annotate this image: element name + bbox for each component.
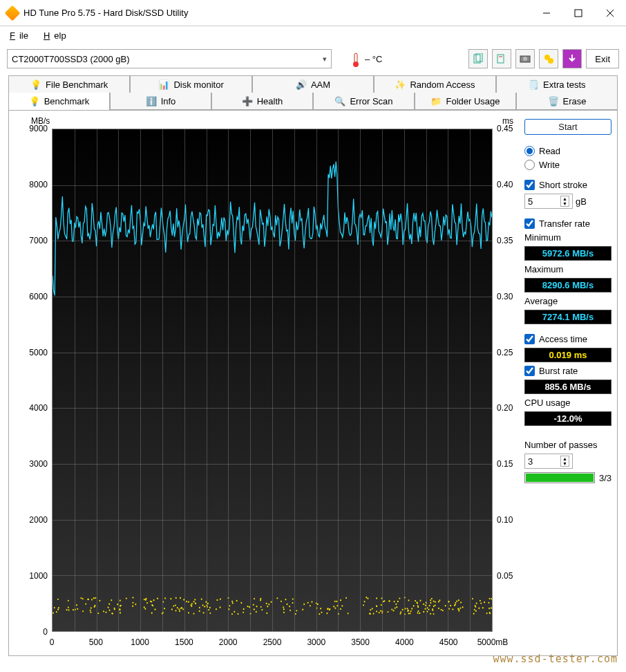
svg-point-302: [400, 611, 401, 613]
screenshot-button[interactable]: [515, 49, 535, 68]
short-stroke-input[interactable]: 5▲▼ gB: [524, 194, 611, 209]
start-button[interactable]: Start: [524, 119, 611, 135]
tab-folder-usage[interactable]: 📁Folder Usage: [415, 93, 516, 110]
read-radio[interactable]: Read: [524, 146, 611, 156]
svg-point-137: [151, 613, 153, 614]
svg-point-62: [345, 597, 347, 599]
svg-point-199: [254, 598, 255, 599]
burst-rate-checkbox[interactable]: Burst rate: [524, 366, 611, 376]
transfer-rate-checkbox[interactable]: Transfer rate: [524, 218, 611, 229]
progress-text: 3/3: [599, 473, 611, 483]
short-stroke-checkbox[interactable]: Short stroke: [524, 180, 611, 190]
svg-point-75: [407, 608, 408, 609]
svg-point-121: [97, 613, 99, 614]
svg-point-134: [114, 608, 115, 610]
exit-button[interactable]: Exit: [586, 49, 619, 68]
svg-point-241: [408, 610, 409, 611]
svg-point-17: [68, 600, 69, 601]
svg-point-280: [193, 601, 195, 602]
svg-point-162: [236, 600, 238, 601]
svg-point-27: [164, 597, 166, 599]
thermometer-icon: [350, 50, 362, 68]
svg-point-180: [68, 606, 69, 608]
svg-point-149: [394, 601, 395, 602]
svg-point-11: [523, 57, 527, 61]
tab-benchmark[interactable]: 💡Benchmark: [8, 93, 110, 111]
average-label: Average: [524, 296, 611, 306]
tab-health[interactable]: ➕Health: [211, 93, 313, 110]
svg-point-67: [268, 604, 269, 605]
write-radio[interactable]: Write: [524, 160, 611, 170]
svg-point-273: [302, 609, 303, 610]
svg-point-257: [202, 604, 204, 606]
svg-rect-1: [575, 10, 582, 17]
svg-point-40: [58, 607, 59, 608]
svg-point-239: [478, 608, 480, 609]
svg-point-298: [488, 602, 489, 604]
tab-random-access[interactable]: ✨Random Access: [374, 75, 495, 93]
svg-point-285: [237, 613, 238, 615]
svg-point-53: [176, 597, 177, 599]
titlebar: HD Tune Pro 5.75 - Hard Disk/SSD Utility: [0, 0, 626, 26]
toolbar: CT2000T700SSD3 (2000 gB) ▾ – °C Exit: [0, 45, 626, 75]
tab-disk-monitor[interactable]: 📊Disk monitor: [130, 75, 252, 93]
stepper-icon[interactable]: ▲▼: [560, 456, 569, 467]
tab-erase[interactable]: 🗑️Erase: [516, 93, 618, 110]
svg-point-301: [460, 601, 462, 603]
svg-point-281: [216, 599, 218, 601]
tab-file-benchmark[interactable]: 💡File Benchmark: [8, 75, 130, 93]
copy-info-button[interactable]: [492, 49, 511, 68]
svg-point-254: [195, 603, 196, 604]
tab-info[interactable]: ℹ️Info: [110, 93, 211, 110]
svg-point-237: [209, 607, 211, 608]
svg-point-186: [445, 605, 446, 606]
save-button[interactable]: [562, 49, 582, 68]
svg-point-86: [380, 610, 381, 611]
svg-point-177: [307, 602, 309, 604]
maximize-button[interactable]: [562, 2, 594, 24]
svg-point-214: [170, 598, 171, 599]
svg-point-220: [455, 604, 456, 605]
drive-select[interactable]: CT2000T700SSD3 (2000 gB) ▾: [7, 49, 332, 68]
svg-point-194: [367, 597, 368, 599]
copy-text-button[interactable]: [468, 49, 488, 68]
svg-point-284: [283, 608, 285, 610]
svg-point-178: [376, 606, 377, 607]
svg-point-174: [455, 602, 456, 604]
svg-point-253: [491, 607, 492, 608]
svg-point-142: [186, 601, 187, 602]
menu-help[interactable]: Help: [39, 29, 75, 42]
passes-input[interactable]: 3▲▼: [524, 454, 611, 469]
tab-aam[interactable]: 🔊AAM: [252, 75, 374, 93]
access-time-checkbox[interactable]: Access time: [524, 334, 611, 344]
menu-file[interactable]: File: [6, 29, 37, 42]
svg-point-200: [336, 601, 337, 602]
options-button[interactable]: [539, 49, 558, 68]
close-button[interactable]: [594, 2, 626, 24]
temperature-display: – °C: [350, 50, 382, 68]
svg-point-182: [193, 613, 194, 614]
svg-point-166: [435, 604, 436, 606]
maximum-value: 8290.6 MB/s: [524, 278, 611, 292]
svg-point-240: [256, 606, 257, 607]
stepper-icon[interactable]: ▲▼: [560, 196, 569, 207]
svg-point-309: [260, 606, 262, 608]
calc-icon: 🗒️: [528, 79, 539, 90]
svg-point-101: [417, 602, 418, 604]
tab-extra-tests[interactable]: 🗒️Extra tests: [496, 75, 618, 93]
svg-point-14: [310, 605, 311, 606]
svg-point-203: [408, 613, 409, 614]
tab-error-scan[interactable]: 🔍Error Scan: [313, 93, 415, 110]
svg-point-291: [283, 606, 284, 608]
svg-point-55: [111, 599, 112, 601]
svg-point-60: [433, 613, 435, 615]
svg-point-190: [472, 598, 473, 599]
svg-point-48: [216, 608, 217, 610]
svg-point-13: [548, 58, 553, 64]
svg-point-230: [87, 599, 88, 600]
svg-point-227: [452, 608, 453, 610]
svg-point-99: [180, 597, 181, 599]
svg-point-165: [319, 613, 320, 615]
minimize-button[interactable]: [531, 2, 562, 24]
svg-point-286: [157, 598, 158, 599]
